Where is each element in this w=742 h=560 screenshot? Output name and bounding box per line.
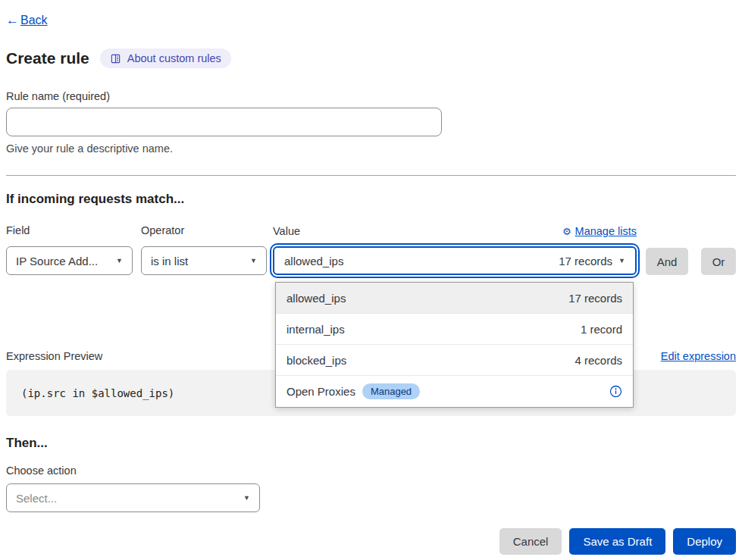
dropdown-item-open-proxies[interactable]: Open Proxies Managed (276, 376, 633, 407)
list-item-name: internal_ips (286, 323, 345, 336)
back-arrow-icon: ← (6, 13, 19, 28)
manage-lists-link[interactable]: ⚙ Manage lists (562, 225, 637, 237)
expression-preview-label: Expression Preview (6, 350, 102, 362)
and-button[interactable]: And (646, 248, 688, 275)
value-select-meta: 17 records (559, 255, 612, 267)
or-button[interactable]: Or (701, 248, 736, 275)
managed-badge: Managed (362, 383, 420, 399)
manage-lists-label: Manage lists (575, 225, 637, 237)
back-link[interactable]: ←Back (6, 13, 48, 28)
dropdown-item-blocked-ips[interactable]: blocked_ips 4 records (276, 345, 633, 376)
dropdown-item-internal-ips[interactable]: internal_ips 1 record (276, 314, 633, 345)
about-custom-rules-label: About custom rules (127, 52, 221, 64)
gear-icon: ⚙ (562, 227, 571, 236)
field-column: Field IP Source Add... ▼ (6, 224, 133, 275)
create-rule-page: ←Back Create rule About custom rules Rul… (0, 0, 742, 560)
dropdown-item-allowed-ips[interactable]: allowed_ips 17 records (276, 283, 633, 314)
value-column: Value ⚙ Manage lists allowed_ips 17 reco… (273, 224, 637, 275)
title-row: Create rule About custom rules (6, 48, 736, 68)
value-label: Value (273, 225, 300, 237)
list-item-name: blocked_ips (286, 354, 346, 367)
conjunction-buttons: And (637, 224, 688, 275)
section-divider (6, 175, 736, 176)
back-row: ←Back (6, 0, 736, 28)
list-item-name: Open Proxies (286, 385, 355, 398)
list-item-meta: 17 records (568, 292, 622, 305)
edit-expression-link[interactable]: Edit expression (661, 350, 736, 362)
value-select-value: allowed_ips (284, 255, 343, 267)
page-title: Create rule (6, 49, 89, 67)
save-as-draft-button[interactable]: Save as Draft (569, 528, 665, 555)
back-link-label: Back (20, 14, 48, 27)
field-label: Field (6, 224, 133, 238)
chevron-down-icon: ▼ (618, 257, 625, 264)
value-dropdown-panel: allowed_ips 17 records internal_ips 1 re… (275, 282, 634, 408)
footer-actions: Cancel Save as Draft Deploy (6, 528, 736, 560)
rule-name-input[interactable] (6, 108, 442, 136)
rule-name-label: Rule name (required) (6, 90, 736, 102)
value-select[interactable]: allowed_ips 17 records ▼ (273, 246, 637, 275)
chevron-down-icon: ▼ (116, 257, 123, 264)
chevron-down-icon: ▼ (250, 257, 257, 264)
list-item-name-wrap: Open Proxies Managed (286, 383, 420, 399)
value-label-row: Value ⚙ Manage lists (273, 224, 637, 238)
operator-select-value: is in list (151, 255, 188, 267)
then-section-heading: Then... (6, 436, 736, 451)
value-select-meta-wrap: 17 records ▼ (559, 255, 625, 267)
info-icon[interactable] (609, 385, 622, 398)
list-item-meta: 4 records (575, 354, 622, 367)
cancel-button[interactable]: Cancel (499, 528, 562, 555)
about-custom-rules-link[interactable]: About custom rules (100, 48, 231, 68)
match-row: Field IP Source Add... ▼ Operator is in … (6, 224, 736, 275)
operator-column: Operator is in list ▼ (141, 224, 267, 275)
list-item-name: allowed_ips (286, 292, 346, 305)
chevron-down-icon: ▼ (243, 494, 250, 502)
rule-name-helper: Give your rule a descriptive name. (6, 142, 736, 155)
deploy-button[interactable]: Deploy (673, 528, 736, 555)
action-select-placeholder: Select... (16, 492, 57, 505)
operator-select[interactable]: is in list ▼ (141, 246, 267, 275)
field-select-value: IP Source Add... (16, 255, 98, 267)
match-section-heading: If incoming requests match... (6, 192, 736, 207)
choose-action-label: Choose action (6, 465, 736, 477)
action-select[interactable]: Select... ▼ (6, 483, 260, 512)
operator-label: Operator (141, 224, 267, 238)
conjunction-buttons: Or (688, 224, 736, 275)
book-icon (110, 53, 121, 64)
expression-code: (ip.src in $allowed_ips) (21, 387, 174, 399)
field-select[interactable]: IP Source Add... ▼ (6, 246, 133, 275)
list-item-meta: 1 record (581, 323, 622, 336)
